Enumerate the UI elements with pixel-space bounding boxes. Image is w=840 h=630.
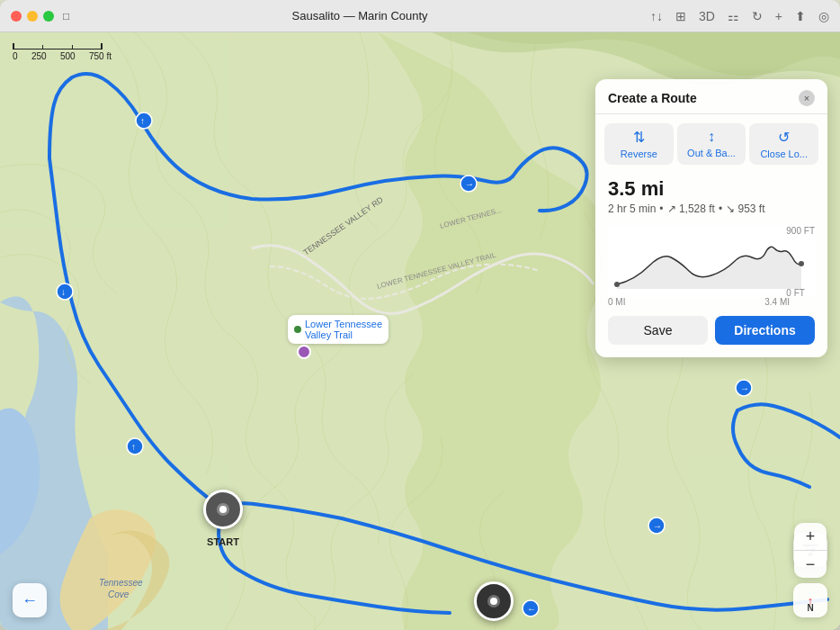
poi-dot (294, 326, 301, 333)
info-icon[interactable]: ⚏ (728, 9, 739, 23)
start-marker (203, 490, 243, 529)
window-icon: □ (63, 10, 69, 22)
end-marker-container: END (474, 581, 514, 621)
back-button[interactable]: ← (13, 583, 47, 617)
svg-text:→: → (465, 179, 474, 189)
mi-start-label: 0 MI (608, 297, 625, 307)
route-time: 2 hr 5 min (608, 202, 656, 215)
svg-text:↑: ↑ (131, 442, 136, 452)
directions-button[interactable]: Directions (715, 316, 815, 345)
svg-point-24 (219, 506, 227, 513)
route-distance: 3.5 mi (608, 177, 815, 201)
mi-end-label: 3.4 MI (764, 297, 790, 307)
start-label: START (207, 536, 239, 547)
reverse-label: Reverse (621, 148, 657, 159)
bottom-right-controls: + − ↑ N (793, 523, 827, 617)
map-area[interactable]: TENNESSEE VALLEY RD LOWER TENNES... LOWE… (0, 32, 840, 630)
separator: • (659, 202, 663, 215)
layer-icon[interactable]: ⊞ (675, 9, 686, 23)
svg-text:←: ← (527, 604, 536, 614)
minimize-button[interactable] (27, 11, 38, 22)
route-actions: Save Directions (595, 316, 827, 345)
account-icon[interactable]: ◎ (818, 9, 829, 23)
svg-text:Tennessee: Tennessee (99, 578, 143, 588)
compass-button[interactable]: ↑ N (793, 583, 827, 617)
zoom-out-button[interactable]: − (794, 551, 827, 578)
svg-text:→: → (653, 521, 662, 531)
svg-text:Cove: Cove (108, 590, 130, 599)
reverse-icon: ⇅ (633, 129, 645, 146)
panel-header: Create a Route × (595, 79, 827, 114)
save-button[interactable]: Save (608, 316, 708, 345)
add-icon[interactable]: + (775, 9, 782, 23)
separator2: • (719, 202, 722, 215)
elevation-chart: 900 FT 0 FT 0 MI 3.4 MI (608, 226, 815, 307)
zoom-control: + − (794, 523, 827, 578)
out-back-button[interactable]: ↕ Out & Ba... (677, 123, 746, 165)
elev-labels-bottom: 0 MI 3.4 MI (608, 297, 790, 307)
elevation-down: ↘ 953 ft (726, 202, 764, 215)
svg-point-21 (614, 282, 620, 287)
elevation-svg (608, 226, 815, 298)
titlebar: □ Sausalito — Marin County ↑↓ ⊞ 3D ⚏ ↻ +… (0, 0, 840, 32)
poi-marker[interactable]: Lower TennesseeValley Trail (288, 315, 389, 344)
close-button[interactable] (11, 11, 22, 22)
panel-title: Create a Route (608, 91, 697, 105)
start-icon (215, 501, 231, 518)
elevation-up: ↗ 1,528 ft (667, 202, 715, 215)
close-loop-label: Close Lo... (760, 148, 808, 159)
3d-label[interactable]: 3D (699, 9, 715, 23)
poi-label: Lower TennesseeValley Trail (305, 319, 382, 340)
route-panel: Create a Route × ⇅ Reverse ↕ Out & Ba...… (595, 79, 827, 357)
route-details: 2 hr 5 min • ↗ 1,528 ft • ↘ 953 ft (608, 202, 815, 215)
reverse-button[interactable]: ⇅ Reverse (604, 123, 674, 165)
svg-point-26 (490, 598, 497, 605)
refresh-icon[interactable]: ↻ (752, 9, 763, 23)
end-marker (474, 581, 514, 621)
traffic-lights (11, 11, 54, 22)
bottom-left-controls: ← (13, 583, 47, 617)
window-title: Sausalito — Marin County (69, 9, 650, 22)
elev-min-label: 0 FT (786, 288, 815, 298)
close-loop-button[interactable]: ↺ Close Lo... (749, 123, 818, 165)
zoom-in-button[interactable]: + (794, 523, 827, 550)
elev-labels-right: 900 FT 0 FT (786, 226, 815, 298)
out-back-label: Out & Ba... (687, 148, 736, 158)
start-marker-container: START (203, 490, 243, 529)
scale-bar: 0 250 500 750 ft (13, 43, 112, 61)
svg-text:↓: ↓ (61, 287, 66, 297)
titlebar-controls: ↑↓ ⊞ 3D ⚏ ↻ + ⬆ ◎ (650, 9, 829, 23)
close-loop-icon: ↺ (778, 129, 790, 146)
fullscreen-button[interactable] (43, 11, 54, 22)
panel-close-button[interactable]: × (799, 90, 815, 106)
compass-n: N (807, 603, 813, 613)
purple-marker (297, 345, 311, 359)
route-stats: 3.5 mi 2 hr 5 min • ↗ 1,528 ft • ↘ 953 f… (595, 170, 827, 220)
scale-labels: 0 250 500 750 ft (13, 51, 112, 61)
route-toolbar: ⇅ Reverse ↕ Out & Ba... ↺ Close Lo... (595, 114, 827, 170)
svg-text:↑: ↑ (140, 116, 145, 126)
share-icon[interactable]: ⬆ (795, 9, 806, 23)
app-window: □ Sausalito — Marin County ↑↓ ⊞ 3D ⚏ ↻ +… (0, 0, 840, 630)
nav-icon[interactable]: ↑↓ (650, 9, 663, 23)
svg-text:→: → (740, 383, 749, 393)
end-icon (486, 593, 502, 609)
out-back-icon: ↕ (708, 129, 715, 145)
elev-max-label: 900 FT (786, 226, 815, 236)
